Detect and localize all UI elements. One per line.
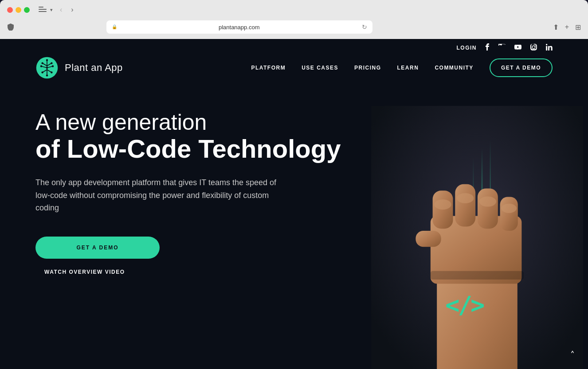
hero-title-line1: A new generation [35, 110, 341, 135]
lock-icon: 🔒 [112, 24, 116, 30]
hero-subtitle: The only app development platform that g… [35, 176, 293, 214]
logo-text: Plant an App [65, 62, 123, 74]
svg-rect-26 [500, 197, 518, 231]
hero-get-demo-button[interactable]: GET A DEMO [35, 237, 160, 259]
browser-actions: ⬆ + ⊞ [553, 23, 581, 31]
logo-icon [35, 56, 59, 79]
login-link[interactable]: LOGIN [457, 45, 477, 51]
browser-titlebar: ▾ ‹ › [0, 0, 588, 19]
youtube-link[interactable] [514, 44, 521, 51]
nav-links: PLATFORM USE CASES PRICING LEARN COMMUNI… [251, 58, 553, 77]
nav-community[interactable]: COMMUNITY [435, 65, 474, 71]
hero-title-line2: of Low-Code Technology [35, 135, 341, 163]
back-button[interactable]: ‹ [58, 5, 64, 15]
instagram-link[interactable] [530, 44, 537, 52]
traffic-light-yellow[interactable] [16, 7, 21, 13]
hero-image: </> [366, 106, 588, 369]
watch-video-link[interactable]: WATCH OVERVIEW VIDEO [44, 269, 125, 275]
browser-controls: ▾ [39, 7, 53, 13]
svg-point-14 [41, 71, 43, 73]
top-bar: LOGIN [0, 39, 588, 52]
svg-point-10 [51, 62, 52, 64]
svg-point-12 [40, 65, 42, 67]
hero-title: A new generation of Low-Code Technology [35, 110, 341, 163]
shield-icon [7, 23, 14, 31]
svg-point-28 [434, 199, 451, 210]
share-button[interactable]: ⬆ [553, 23, 559, 31]
nav-learn[interactable]: LEARN [397, 65, 419, 71]
address-bar[interactable]: 🔒 plantanapp.com ↻ [106, 20, 372, 34]
logo-link[interactable]: Plant an App [35, 56, 123, 79]
linkedin-link[interactable] [546, 44, 553, 52]
browser-chrome: ▾ ‹ › 🔒 plantanapp.com ↻ ⬆ + ⊞ [0, 0, 588, 39]
scroll-up-indicator[interactable]: ˄ [570, 350, 575, 360]
twitter-link[interactable] [498, 44, 506, 51]
traffic-lights [7, 7, 30, 13]
tab-grid-button[interactable]: ⊞ [575, 23, 581, 31]
nav-pricing[interactable]: PRICING [354, 65, 381, 71]
address-bar-row: 🔒 plantanapp.com ↻ ⬆ + ⊞ [0, 19, 588, 39]
sidebar-toggle-button[interactable] [39, 7, 47, 13]
chevron-down-icon: ▾ [50, 7, 53, 13]
svg-point-31 [501, 204, 516, 213]
svg-point-30 [479, 197, 496, 207]
new-tab-button[interactable]: + [565, 23, 569, 31]
fist-illustration: </> [366, 106, 588, 369]
nav-use-cases[interactable]: USE CASES [302, 65, 338, 71]
facebook-link[interactable] [486, 43, 490, 52]
svg-point-13 [52, 65, 54, 67]
traffic-light-green[interactable] [24, 7, 30, 13]
forward-button[interactable]: › [69, 5, 75, 15]
svg-point-9 [41, 62, 43, 64]
nav-platform[interactable]: PLATFORM [251, 65, 286, 71]
svg-point-8 [46, 59, 48, 61]
nav-get-demo-button[interactable]: GET A DEMO [490, 58, 553, 77]
traffic-light-red[interactable] [7, 7, 13, 13]
reload-button[interactable]: ↻ [362, 23, 367, 31]
svg-rect-25 [478, 188, 498, 229]
url-text: plantanapp.com [120, 24, 358, 31]
svg-point-16 [46, 74, 48, 76]
website-content: LOGIN [0, 39, 588, 369]
svg-rect-24 [455, 184, 475, 227]
svg-point-15 [51, 71, 52, 73]
hero-section: A new generation of Low-Code Technology … [0, 84, 588, 350]
svg-point-11 [46, 67, 48, 69]
svg-rect-33 [431, 271, 524, 280]
hero-content: A new generation of Low-Code Technology … [35, 101, 341, 276]
svg-rect-27 [416, 231, 441, 247]
svg-point-29 [457, 193, 474, 203]
main-navigation: Plant an App PLATFORM USE CASES PRICING … [0, 52, 588, 84]
svg-text:</>: </> [445, 291, 484, 319]
